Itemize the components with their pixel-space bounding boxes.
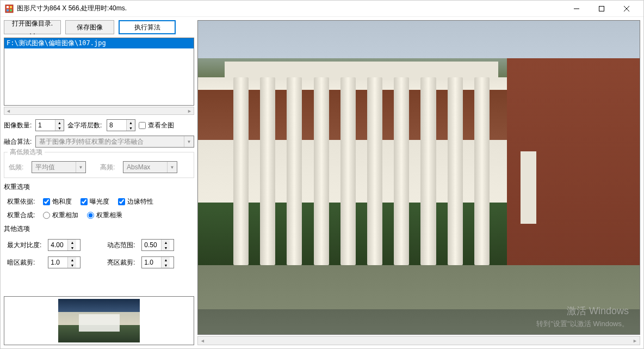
right-panel: 激活 Windows 转到"设置"以激活 Windows。 ◄ ► xyxy=(197,20,640,345)
chevron-down-icon: ▼ xyxy=(167,162,177,173)
image-count-label: 图像数量: xyxy=(4,121,32,130)
spin-up-icon[interactable]: ▲ xyxy=(55,120,64,125)
window-title: 图形尺寸为864 X 566,处理用时:40ms. xyxy=(17,4,564,13)
saturation-checkbox[interactable]: 饱和度 xyxy=(43,197,72,206)
fusion-combobox[interactable]: 基于图像序列特征权重的金字塔融合 ▼ xyxy=(35,136,194,148)
weight-basis-label: 权重依据: xyxy=(7,197,40,206)
low-freq-label: 低频: xyxy=(9,163,28,172)
scroll-left-icon[interactable]: ◄ xyxy=(198,337,207,344)
spin-up-icon[interactable]: ▲ xyxy=(127,120,135,125)
scroll-right-icon[interactable]: ► xyxy=(630,337,640,344)
pyramid-levels-spinner[interactable]: ▲▼ xyxy=(107,119,135,131)
scroll-left-icon[interactable]: ◄ xyxy=(4,107,13,114)
max-contrast-spinner[interactable]: ▲▼ xyxy=(48,239,81,251)
high-freq-label: 高频: xyxy=(100,163,120,172)
thumbnail-view xyxy=(4,296,194,345)
image-count-input[interactable] xyxy=(36,120,55,131)
open-dir-button[interactable]: 打开图像目录. . . xyxy=(4,20,61,34)
exposure-checkbox[interactable]: 曝光度 xyxy=(81,197,109,206)
spin-down-icon[interactable]: ▼ xyxy=(127,125,135,131)
toolbar: 打开图像目录. . . 保存图像 执行算法 xyxy=(4,20,194,34)
weight-title: 权重选项 xyxy=(4,182,194,192)
weight-add-radio[interactable]: 权重相加 xyxy=(43,211,78,220)
dark-clip-spinner[interactable]: ▲▼ xyxy=(48,256,81,268)
image-params-row: 图像数量: ▲▼ 金字塔层数: ▲▼ 查看全图 xyxy=(4,119,194,131)
listbox-scrollbar[interactable]: ◄ ► xyxy=(4,107,194,115)
window-controls xyxy=(564,1,639,17)
chevron-down-icon: ▼ xyxy=(76,162,85,173)
svg-rect-1 xyxy=(7,6,9,8)
view-full-checkbox[interactable]: 查看全图 xyxy=(139,121,174,130)
pyramid-levels-label: 金字塔层数: xyxy=(67,121,103,130)
save-image-button[interactable]: 保存图像 xyxy=(65,20,114,34)
svg-rect-3 xyxy=(7,9,9,11)
image-view[interactable]: 激活 Windows 转到"设置"以激活 Windows。 xyxy=(197,20,640,335)
weight-mul-radio[interactable]: 权重相乘 xyxy=(87,211,122,220)
chevron-down-icon[interactable]: ▼ xyxy=(184,136,194,147)
max-contrast-label: 最大对比度: xyxy=(7,241,41,250)
titlebar: 图形尺寸为864 X 566,处理用时:40ms. xyxy=(1,1,643,17)
dark-clip-label: 暗区裁剪: xyxy=(7,258,41,267)
light-clip-spinner[interactable]: ▲▼ xyxy=(141,256,174,268)
fusion-row: 融合算法: 基于图像序列特征权重的金字塔融合 ▼ xyxy=(4,136,194,148)
svg-rect-2 xyxy=(10,6,12,8)
minimize-button[interactable] xyxy=(564,1,589,17)
image-count-spinner[interactable]: ▲▼ xyxy=(35,119,64,131)
file-listbox[interactable]: F:\测试图像\偏暗图像\107.jpg xyxy=(4,38,194,106)
scroll-right-icon[interactable]: ► xyxy=(185,107,194,114)
watermark: 激活 Windows 转到"设置"以激活 Windows。 xyxy=(536,304,629,329)
light-clip-label: 亮区裁剪: xyxy=(107,258,135,267)
low-freq-combobox: 平均值 ▼ xyxy=(32,161,86,173)
run-algorithm-button[interactable]: 执行算法 xyxy=(119,20,176,34)
dynamic-range-spinner[interactable]: ▲▼ xyxy=(141,239,174,251)
weight-compose-label: 权重合成: xyxy=(7,211,40,220)
svg-rect-6 xyxy=(599,6,604,11)
svg-rect-4 xyxy=(10,9,12,11)
left-panel: 打开图像目录. . . 保存图像 执行算法 F:\测试图像\偏暗图像\107.j… xyxy=(4,20,194,345)
content-area: 打开图像目录. . . 保存图像 执行算法 F:\测试图像\偏暗图像\107.j… xyxy=(1,17,643,348)
dynamic-range-label: 动态范围: xyxy=(107,241,135,250)
close-button[interactable] xyxy=(614,1,639,17)
spin-down-icon[interactable]: ▼ xyxy=(55,125,64,131)
weight-group: 权重选项 权重依据: 饱和度 曝光度 边缘特性 权重合成: 权重相加 权重相乘 xyxy=(4,182,194,224)
maximize-button[interactable] xyxy=(589,1,614,17)
app-window: 图形尺寸为864 X 566,处理用时:40ms. 打开图像目录. . . 保存… xyxy=(0,0,644,349)
list-item[interactable]: F:\测试图像\偏暗图像\107.jpg xyxy=(4,38,194,48)
edge-checkbox[interactable]: 边缘特性 xyxy=(118,197,153,206)
other-group: 其他选项 最大对比度: ▲▼ 动态范围: ▲▼ 暗区裁剪: ▲▼ 亮区裁剪: ▲… xyxy=(4,224,194,268)
main-image: 激活 Windows 转到"设置"以激活 Windows。 xyxy=(198,21,640,334)
high-freq-combobox: AbsMax ▼ xyxy=(123,161,177,173)
other-title: 其他选项 xyxy=(4,224,194,234)
pyramid-levels-input[interactable] xyxy=(107,120,126,131)
thumbnail-image xyxy=(58,299,140,342)
highlow-title: 高低频选项 xyxy=(8,148,45,157)
fusion-label: 融合算法: xyxy=(4,137,32,146)
highlow-group: 高低频选项 低频: 平均值 ▼ 高频: AbsMax ▼ xyxy=(4,152,194,178)
app-icon xyxy=(5,4,14,13)
image-scrollbar[interactable]: ◄ ► xyxy=(197,336,640,345)
